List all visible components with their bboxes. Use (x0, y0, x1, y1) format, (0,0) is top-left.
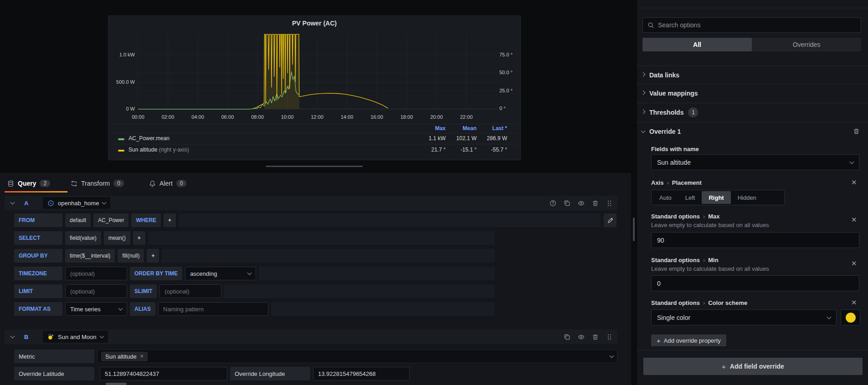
limit-input[interactable] (65, 284, 127, 298)
max-input[interactable] (651, 232, 859, 248)
limit-label[interactable]: LIMIT (14, 284, 62, 298)
series-mean: 102.1 W (445, 135, 477, 142)
add-where-condition-button[interactable]: + (164, 213, 176, 227)
tab-transform[interactable]: Transform 0 (71, 177, 124, 189)
drag-grip-icon[interactable] (606, 334, 613, 340)
query-a-header[interactable]: A openhab_home (5, 196, 617, 210)
tab-alert-label: Alert (159, 180, 173, 187)
trash-icon[interactable] (592, 334, 599, 340)
legend-column-max[interactable]: Max (414, 125, 446, 132)
placement-option-hidden[interactable]: Hidden (731, 191, 763, 204)
series-last: 286.9 W (475, 135, 507, 142)
override-latitude-input[interactable] (100, 367, 227, 380)
tab-all[interactable]: All (642, 38, 752, 51)
override-longitude-input[interactable] (313, 367, 410, 380)
metric-row: Metric Sun altitude × (14, 350, 617, 363)
placement-option-right[interactable]: Right (702, 191, 730, 204)
tab-query[interactable]: Query 2 (7, 177, 50, 189)
help-icon[interactable] (550, 200, 556, 207)
section-data-links[interactable]: Data links (637, 66, 868, 84)
x-tick-label: 22:00 (460, 114, 473, 120)
section-override-1[interactable]: Override 1 (637, 122, 868, 140)
duplicate-icon[interactable] (564, 334, 570, 340)
timezone-input[interactable] (65, 267, 127, 280)
section-value-mappings[interactable]: Value mappings (637, 84, 868, 102)
from-measurement-segment[interactable]: AC_Power (93, 213, 128, 227)
select-field-segment[interactable]: field(value) (65, 231, 101, 245)
groupby-time-segment[interactable]: time($__interval) (65, 249, 115, 263)
drag-grip-icon[interactable] (606, 200, 613, 207)
series-name[interactable]: AC_Power.mean (128, 135, 169, 142)
metric-multiselect[interactable]: Sun altitude × (97, 350, 617, 363)
from-label[interactable]: FROM (14, 213, 62, 227)
override-longitude-label: Override Longitude (230, 367, 310, 380)
remove-property-icon[interactable]: ✕ (851, 299, 857, 307)
x-tick-label: 06:00 (221, 114, 234, 120)
add-override-property-button[interactable]: + Add override property (651, 334, 726, 346)
horizontal-scrollbar[interactable] (106, 383, 127, 385)
groupby-label[interactable]: GROUP BY (14, 249, 62, 263)
delete-override-icon[interactable] (853, 128, 860, 135)
select-fn-segment[interactable]: mean() (104, 231, 130, 245)
duplicate-icon[interactable] (564, 200, 570, 207)
row-filler (148, 231, 495, 245)
pane-resize-handle[interactable] (266, 166, 363, 167)
search-options-input[interactable] (658, 21, 856, 29)
remove-property-icon[interactable]: ✕ (851, 216, 857, 224)
pane-resize-handle-vertical[interactable] (633, 218, 635, 241)
slimit-label[interactable]: SLIMIT (130, 284, 157, 298)
series-name[interactable]: Sun altitude (right y-axis) (128, 147, 189, 153)
where-keyword-segment[interactable]: WHERE (131, 213, 161, 227)
series-last: -55.7 ° (475, 147, 507, 153)
collapse-chevron-icon[interactable] (10, 334, 15, 339)
collapse-chevron-icon[interactable] (10, 200, 15, 205)
orderby-label[interactable]: ORDER BY TIME (130, 267, 182, 280)
tab-overrides[interactable]: Overrides (752, 38, 861, 51)
section-thresholds[interactable]: Thresholds 1 (637, 103, 868, 121)
add-select-part-button[interactable]: + (133, 231, 145, 245)
orderby-select[interactable]: ascending (185, 267, 256, 280)
select-label[interactable]: SELECT (14, 231, 62, 245)
series-max: 21.7 ° (414, 147, 446, 153)
latlon-row: Override Latitude Override Longitude (14, 367, 410, 380)
color-picker-button[interactable] (841, 309, 860, 325)
groupby-fill-segment[interactable]: fill(null) (118, 249, 144, 263)
color-scheme-select[interactable]: Single color (651, 309, 837, 325)
sun-and-moon-icon (47, 334, 54, 340)
bell-icon (149, 180, 156, 187)
standard-options-color-scheme-header: Standard options›Color scheme (651, 299, 859, 306)
field-matcher-select[interactable]: Sun altitude (651, 154, 859, 170)
legend-column-mean[interactable]: Mean (445, 125, 477, 132)
limit-row: LIMIT SLIMIT (14, 284, 495, 298)
format-as-label[interactable]: FORMAT AS (14, 302, 62, 316)
from-policy-segment[interactable]: default (65, 213, 91, 227)
tab-alert[interactable]: Alert 0 (149, 177, 186, 189)
slimit-input[interactable] (159, 284, 221, 298)
add-field-override-button[interactable]: + Add field override (643, 358, 863, 375)
eye-icon[interactable] (578, 334, 585, 340)
series-color-swatch (118, 138, 124, 140)
trash-icon[interactable] (592, 200, 599, 207)
remove-tag-icon[interactable]: × (140, 353, 144, 360)
query-ref-letter[interactable]: B (24, 334, 28, 340)
metric-tag[interactable]: Sun altitude × (101, 352, 148, 361)
eye-icon[interactable] (578, 200, 585, 207)
tab-alert-count: 0 (176, 180, 187, 187)
placement-option-auto[interactable]: Auto (652, 191, 678, 204)
datasource-picker[interactable]: openhab_home (43, 197, 110, 209)
legend-column-last[interactable]: Last * (475, 125, 507, 132)
placement-option-left[interactable]: Left (678, 191, 702, 204)
toggle-raw-query-button[interactable] (604, 213, 616, 227)
add-groupby-part-button[interactable]: + (147, 249, 159, 263)
search-options-box[interactable] (642, 17, 861, 33)
timezone-label[interactable]: TIMEZONE (14, 267, 62, 280)
query-ref-letter[interactable]: A (24, 200, 28, 207)
datasource-picker[interactable]: Sun and Moon (43, 331, 108, 343)
format-as-select[interactable]: Time series (65, 302, 127, 316)
remove-property-icon[interactable]: ✕ (851, 259, 857, 268)
query-b-header[interactable]: B Sun and Moon (5, 329, 617, 344)
alias-label[interactable]: ALIAS (130, 302, 155, 316)
min-input[interactable] (651, 275, 859, 291)
alias-input[interactable] (158, 302, 268, 316)
remove-property-icon[interactable]: ✕ (851, 178, 857, 187)
